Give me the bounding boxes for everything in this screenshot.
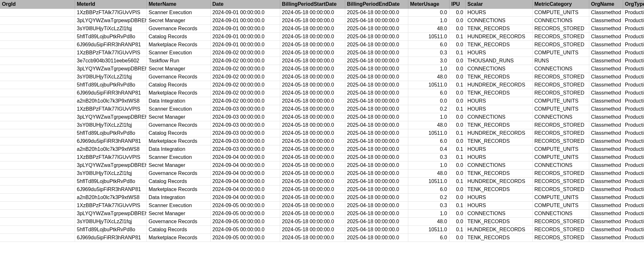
cell-orgtype[interactable]: Production	[623, 153, 644, 161]
cell-metriccategory[interactable]: RECORDS_STORED	[532, 89, 589, 97]
cell-orgname[interactable]: Classmethod	[589, 145, 623, 153]
cell-meterusage[interactable]: 6.0	[408, 234, 449, 242]
cell-orgname[interactable]: Classmethod	[589, 41, 623, 49]
cell-orgtype[interactable]: Production	[623, 234, 644, 242]
cell-orgname[interactable]: Classmethod	[589, 210, 623, 218]
cell-ipu[interactable]: 0.0	[449, 89, 465, 97]
cell-date[interactable]: 2024-09-02 00:00:00.0	[210, 81, 280, 89]
cell-scalar[interactable]: HOURS	[465, 145, 532, 153]
cell-orgid[interactable]	[0, 57, 75, 65]
cell-meterid[interactable]: 5hflTd89LojbuPtkRvPd8o	[75, 226, 147, 234]
cell-metername[interactable]: Scanner Execution	[147, 202, 210, 210]
cell-scalar[interactable]: HUNDREDK_RECORDS	[465, 33, 532, 41]
cell-metriccategory[interactable]: CONNECTIONS	[532, 17, 589, 25]
cell-billingperiodenddate[interactable]: 2025-04-18 00:00:00.0	[345, 234, 408, 242]
cell-meterid[interactable]: 3sY0l8UHjyTiXcLzZl1fqj	[75, 121, 147, 129]
cell-date[interactable]: 2024-09-03 00:00:00.0	[210, 129, 280, 137]
cell-meterid[interactable]: a2nB20h1o0lc7k3P9xtWS8	[75, 145, 147, 153]
cell-meterusage[interactable]: 6.0	[408, 186, 449, 194]
cell-meterusage[interactable]: 1.0	[408, 161, 449, 169]
cell-date[interactable]: 2024-09-03 00:00:00.0	[210, 105, 280, 113]
cell-orgtype[interactable]: Production	[623, 17, 644, 25]
cell-date[interactable]: 2024-09-02 00:00:00.0	[210, 49, 280, 57]
cell-orgid[interactable]	[0, 49, 75, 57]
cell-metername[interactable]: Data Integration	[147, 97, 210, 105]
cell-metriccategory[interactable]: RECORDS_STORED	[532, 33, 589, 41]
cell-meterid[interactable]: 5hflTd89LojbuPtkRvPd8o	[75, 129, 147, 137]
cell-metername[interactable]: Catalog Records	[147, 178, 210, 186]
cell-orgname[interactable]: Classmethod	[589, 17, 623, 25]
table-row[interactable]: 3sY0l8UHjyTiXcLzZl1fqjGovernance Records…	[0, 73, 644, 81]
table-row[interactable]: 3pLYQYWZwaTgrpewpDBREhSecret Manager2024…	[0, 113, 644, 121]
column-header-orgid[interactable]: OrgId	[0, 0, 75, 9]
cell-billingperiodstartdate[interactable]: 2024-05-18 00:00:00.0	[280, 113, 345, 121]
cell-orgid[interactable]	[0, 121, 75, 129]
cell-ipu[interactable]: 0.0	[449, 194, 465, 202]
cell-meterusage[interactable]: 48.0	[408, 218, 449, 226]
table-row[interactable]: 6J969du5ipFiRR3hRANP81Marketplace Record…	[0, 41, 644, 49]
cell-orgid[interactable]	[0, 9, 75, 17]
table-row[interactable]: 5hflTd89LojbuPtkRvPd8oCatalog Records202…	[0, 178, 644, 186]
cell-metriccategory[interactable]: CONNECTIONS	[532, 161, 589, 169]
cell-meterusage[interactable]: 0.3	[408, 153, 449, 161]
table-row[interactable]: 3sY0l8UHjyTiXcLzZl1fqjGovernance Records…	[0, 218, 644, 226]
cell-orgname[interactable]: Classmethod	[589, 33, 623, 41]
cell-billingperiodenddate[interactable]: 2025-04-18 00:00:00.0	[345, 113, 408, 121]
cell-orgtype[interactable]: Production	[623, 89, 644, 97]
cell-orgid[interactable]	[0, 153, 75, 161]
cell-meterid[interactable]: 6J969du5ipFiRR3hRANP81	[75, 41, 147, 49]
table-row[interactable]: 5hflTd89LojbuPtkRvPd8oCatalog Records202…	[0, 81, 644, 89]
cell-meterid[interactable]: 1XzBBPzFTAlk77lGUvVPlS	[75, 202, 147, 210]
cell-meterid[interactable]: 3sY0l8UHjyTiXcLzZl1fqj	[75, 25, 147, 33]
cell-meterusage[interactable]: 0.0	[408, 9, 449, 17]
cell-scalar[interactable]: CONNECTIONS	[465, 210, 532, 218]
cell-billingperiodenddate[interactable]: 2025-04-18 00:00:00.0	[345, 57, 408, 65]
cell-scalar[interactable]: HUNDREDK_RECORDS	[465, 226, 532, 234]
cell-meterusage[interactable]: 1.0	[408, 113, 449, 121]
cell-orgid[interactable]	[0, 178, 75, 186]
cell-metername[interactable]: Governance Records	[147, 121, 210, 129]
cell-meterid[interactable]: 3pLYQYWZwaTgrpewpDBREh	[75, 17, 147, 25]
cell-date[interactable]: 2024-09-03 00:00:00.0	[210, 145, 280, 153]
table-row[interactable]: 6J969du5ipFiRR3hRANP81Marketplace Record…	[0, 137, 644, 145]
cell-date[interactable]: 2024-09-05 00:00:00.0	[210, 210, 280, 218]
cell-orgtype[interactable]: Production	[623, 202, 644, 210]
cell-date[interactable]: 2024-09-03 00:00:00.0	[210, 121, 280, 129]
cell-orgname[interactable]: Classmethod	[589, 186, 623, 194]
cell-billingperiodenddate[interactable]: 2025-04-18 00:00:00.0	[345, 81, 408, 89]
cell-orgtype[interactable]: Production	[623, 105, 644, 113]
cell-billingperiodstartdate[interactable]: 2024-05-18 00:00:00.0	[280, 65, 345, 73]
cell-orgid[interactable]	[0, 226, 75, 234]
cell-orgtype[interactable]: Production	[623, 65, 644, 73]
cell-scalar[interactable]: TENK_RECORDS	[465, 25, 532, 33]
cell-billingperiodenddate[interactable]: 2025-04-18 00:00:00.0	[345, 186, 408, 194]
cell-billingperiodenddate[interactable]: 2025-04-18 00:00:00.0	[345, 105, 408, 113]
cell-meterid[interactable]: 1XzBBPzFTAlk77lGUvVPlS	[75, 49, 147, 57]
cell-ipu[interactable]: 0.0	[449, 57, 465, 65]
cell-orgtype[interactable]: Production	[623, 129, 644, 137]
cell-metriccategory[interactable]: RECORDS_STORED	[532, 129, 589, 137]
cell-date[interactable]: 2024-09-02 00:00:00.0	[210, 97, 280, 105]
cell-orgid[interactable]	[0, 65, 75, 73]
cell-ipu[interactable]: 0.0	[449, 113, 465, 121]
cell-metername[interactable]: Catalog Records	[147, 129, 210, 137]
cell-scalar[interactable]: TENK_RECORDS	[465, 73, 532, 81]
cell-meterid[interactable]: 3sY0l8UHjyTiXcLzZl1fqj	[75, 73, 147, 81]
cell-orgid[interactable]	[0, 186, 75, 194]
cell-billingperiodenddate[interactable]: 2025-04-18 00:00:00.0	[345, 226, 408, 234]
cell-metriccategory[interactable]: RECORDS_STORED	[532, 186, 589, 194]
cell-scalar[interactable]: HUNDREDK_RECORDS	[465, 129, 532, 137]
cell-meterid[interactable]: 6J969du5ipFiRR3hRANP81	[75, 234, 147, 242]
cell-meterid[interactable]: 3sY0l8UHjyTiXcLzZl1fqj	[75, 169, 147, 178]
cell-orgtype[interactable]: Production	[623, 57, 644, 65]
cell-meterid[interactable]: 5hflTd89LojbuPtkRvPd8o	[75, 178, 147, 186]
cell-orgtype[interactable]: Production	[623, 113, 644, 121]
cell-metriccategory[interactable]: COMPUTE_UNITS	[532, 49, 589, 57]
cell-date[interactable]: 2024-09-04 00:00:00.0	[210, 178, 280, 186]
cell-ipu[interactable]: 0.0	[449, 97, 465, 105]
cell-metername[interactable]: Marketplace Records	[147, 186, 210, 194]
cell-meterid[interactable]: 3pLYQYWZwaTgrpewpDBREh	[75, 65, 147, 73]
table-row[interactable]: 1XzBBPzFTAlk77lGUvVPlSScanner Execution2…	[0, 9, 644, 17]
cell-ipu[interactable]: 0.1	[449, 105, 465, 113]
cell-orgname[interactable]: Classmethod	[589, 113, 623, 121]
